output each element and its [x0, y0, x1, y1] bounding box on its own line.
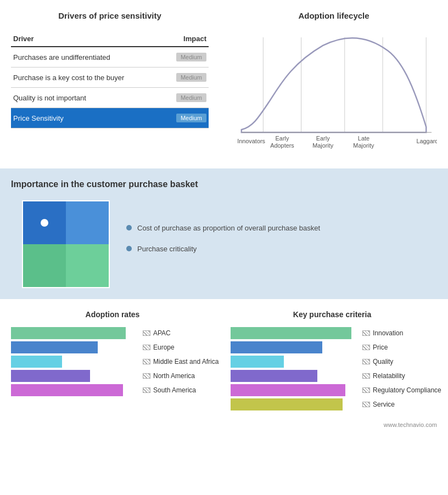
bar-label: Service: [362, 401, 434, 408]
legend-dot: [126, 246, 132, 251]
bottom-section: Adoption rates APAC Europe Middle East a…: [0, 299, 448, 419]
bar-fill: [231, 356, 284, 368]
bar-fill: [231, 341, 322, 353]
svg-text:Innovators: Innovators: [237, 138, 265, 144]
middle-section: Importance in the customer purchase bask…: [0, 168, 448, 299]
bar-fill: [231, 398, 343, 410]
lifecycle-chart: Innovators Early Adopters Early Majority…: [231, 26, 437, 158]
bar-fill: [231, 384, 345, 396]
hatch-icon: [362, 330, 370, 336]
bar-fill: [231, 370, 317, 382]
svg-text:Laggards: Laggards: [416, 138, 437, 144]
bar-row: APAC: [11, 327, 214, 339]
bar-label-text: North America: [153, 372, 195, 380]
quadrant-br: [66, 244, 109, 287]
bar-row: Price: [231, 341, 434, 353]
bar-row: North America: [11, 370, 214, 382]
bar-fill: [11, 384, 123, 396]
bar-fill: [11, 327, 126, 339]
bar-label: Europe: [143, 344, 214, 351]
col-impact: Impact: [163, 31, 209, 47]
purchase-criteria-panel: Key purchase criteria Innovation Price Q…: [225, 307, 439, 413]
bar-label: Quality: [362, 358, 434, 365]
col-driver: Driver: [11, 31, 163, 47]
bar-label: South America: [143, 386, 214, 394]
bar-label: Innovation: [362, 329, 434, 337]
hatch-icon: [362, 387, 370, 393]
lifecycle-title: Adoption lifecycle: [231, 11, 437, 20]
highlight-impact: Medium: [163, 108, 209, 128]
adoption-rates-title: Adoption rates: [11, 310, 214, 319]
bar-row: Relatability: [231, 370, 434, 382]
hatch-icon: [143, 373, 150, 379]
svg-text:Early: Early: [276, 135, 289, 142]
hatch-icon: [143, 345, 150, 350]
footer-text: www.technavio.com: [384, 421, 437, 428]
driver-name: Quality is not important: [11, 88, 163, 108]
bar-row: Innovation: [231, 327, 434, 339]
driver-name: Purchases are undifferentiated: [11, 47, 163, 68]
hatch-icon: [362, 402, 370, 407]
list-item: Cost of purchase as proportion of overal…: [126, 223, 320, 233]
bar-fill: [11, 370, 90, 382]
svg-text:Late: Late: [358, 135, 369, 142]
hatch-icon: [362, 359, 370, 364]
bar-label-text: Service: [373, 401, 395, 408]
legend-text: Cost of purchase as proportion of overal…: [137, 223, 320, 233]
bar-row: Service: [231, 398, 434, 410]
bar-container: [11, 356, 138, 368]
bar-label: North America: [143, 372, 214, 380]
bar-label-text: Quality: [373, 358, 393, 365]
quadrant-dot: [41, 219, 48, 227]
bar-fill: [11, 341, 98, 353]
bar-container: [231, 356, 358, 368]
bar-container: [11, 341, 138, 353]
bar-label: Middle East and Africa: [143, 358, 214, 365]
svg-text:Majority: Majority: [353, 142, 374, 149]
middle-title: Importance in the customer purchase bask…: [11, 179, 437, 189]
lifecycle-svg: Innovators Early Adopters Early Majority…: [231, 26, 437, 158]
legend-dot: [126, 225, 132, 230]
bar-label: Price: [362, 344, 434, 351]
bar-row: Quality: [231, 356, 434, 368]
bar-row: Regulatory Compliance: [231, 384, 434, 396]
quadrant-tr: [66, 201, 109, 244]
list-item: Purchase criticality: [126, 244, 320, 254]
drivers-title: Drivers of price sensitivity: [11, 11, 209, 20]
bar-label-text: APAC: [153, 329, 171, 337]
bar-label-text: Price: [373, 344, 388, 351]
hatch-icon: [143, 387, 150, 393]
bar-fill: [11, 356, 62, 368]
quadrant-bl: [23, 244, 66, 287]
driver-impact: Medium: [163, 88, 209, 108]
top-section: Drivers of price sensitivity Driver Impa…: [0, 0, 448, 163]
bar-label-text: Regulatory Compliance: [373, 386, 441, 394]
bar-fill: [231, 327, 351, 339]
bar-container: [11, 370, 138, 382]
driver-impact: Medium: [163, 47, 209, 68]
bar-label-text: Innovation: [373, 329, 403, 337]
svg-text:Adopters: Adopters: [270, 142, 294, 149]
bar-container: [231, 370, 358, 382]
middle-content: Cost of purchase as proportion of overal…: [11, 200, 437, 288]
drivers-panel: Drivers of price sensitivity Driver Impa…: [0, 5, 220, 163]
bar-row: Europe: [11, 341, 214, 353]
highlight-row: Price Sensitivity Medium: [11, 108, 209, 128]
bar-container: [231, 384, 358, 396]
bar-label-text: Middle East and Africa: [153, 358, 219, 365]
quadrant-legend: Cost of purchase as proportion of overal…: [126, 223, 320, 265]
table-row: Purchases are undifferentiated Medium: [11, 47, 209, 68]
bar-row: South America: [11, 384, 214, 396]
bar-label-text: South America: [153, 386, 196, 394]
bar-container: [231, 398, 358, 410]
footer: www.technavio.com: [0, 419, 448, 434]
bar-label: Relatability: [362, 372, 434, 380]
highlight-label: Price Sensitivity: [11, 108, 163, 128]
bar-label: Regulatory Compliance: [362, 386, 434, 394]
driver-name: Purchase is a key cost to the buyer: [11, 68, 163, 88]
purchase-criteria-title: Key purchase criteria: [231, 310, 434, 319]
hatch-icon: [143, 359, 150, 364]
bar-container: [11, 327, 138, 339]
adoption-rates-panel: Adoption rates APAC Europe Middle East a…: [5, 307, 220, 413]
bar-label: APAC: [143, 329, 214, 337]
